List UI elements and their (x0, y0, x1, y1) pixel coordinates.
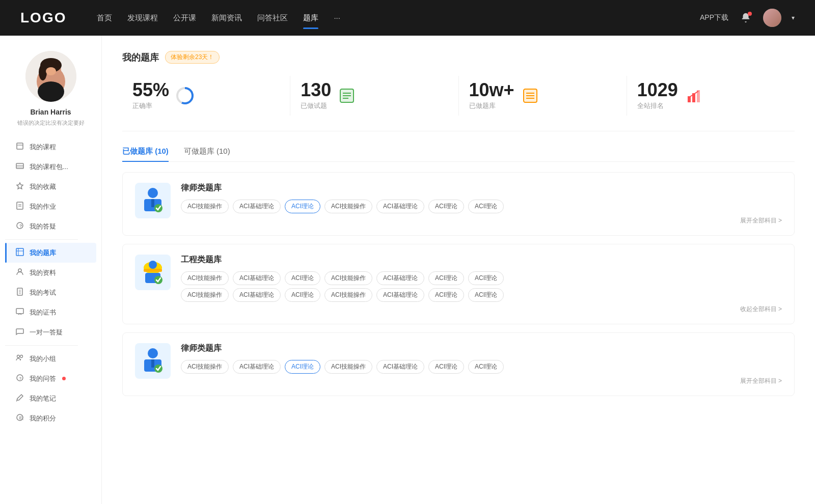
tag-1-5[interactable]: ACI基础理论 (376, 200, 424, 213)
sidebar-divider-1 (5, 239, 78, 240)
svg-rect-56 (144, 269, 162, 272)
tag-3-2[interactable]: ACI基础理论 (233, 360, 281, 374)
sidebar-item-group[interactable]: 我的小组 (5, 349, 96, 369)
tag-2a-2[interactable]: ACI基础理论 (233, 271, 281, 285)
qbank-content-3: 律师类题库 ACI技能操作 ACI基础理论 ACI理论 ACI技能操作 ACI基… (181, 343, 782, 385)
tag-3-5[interactable]: ACI基础理论 (376, 360, 424, 374)
qbank-icon-1 (135, 183, 171, 218)
expand-btn-1[interactable]: 展开全部科目 > (181, 216, 782, 225)
stat-done-questions: 130 已做试题 (290, 76, 458, 116)
sidebar-item-course-package[interactable]: 我的课程包... (5, 157, 96, 177)
done-questions-icon (337, 86, 357, 105)
stat-done-questions-label: 已做试题 (301, 101, 331, 110)
stat-site-rank-label: 全站排名 (637, 101, 678, 110)
tag-3-4[interactable]: ACI技能操作 (324, 360, 372, 374)
sidebar-label-questions: 我的问答 (30, 374, 56, 383)
nav-question-bank[interactable]: 题库 (303, 11, 318, 25)
tag-2a-3[interactable]: ACI理论 (285, 271, 320, 285)
nav-discover[interactable]: 发现课程 (127, 11, 158, 25)
tag-2b-4[interactable]: ACI技能操作 (324, 288, 372, 302)
tag-2a-5[interactable]: ACI基础理论 (376, 271, 424, 285)
logo: LOGO (20, 10, 66, 26)
tabs-row: 已做题库 (10) 可做题库 (10) (122, 147, 795, 162)
svg-rect-7 (17, 143, 23, 149)
qbank-icon-3 (135, 343, 171, 379)
sidebar-item-one-on-one[interactable]: 一对一答疑 (5, 322, 96, 342)
sidebar-item-certificate[interactable]: 我的证书 (5, 302, 96, 322)
sidebar-item-my-course[interactable]: 我的课程 (5, 137, 96, 157)
tags-row-2b: ACI技能操作 ACI基础理论 ACI理论 ACI技能操作 ACI基础理论 AC… (181, 288, 782, 302)
sidebar-menu: 我的课程 我的课程包... 我的收藏 我的作业 (0, 137, 101, 428)
avatar-chevron-icon[interactable]: ▾ (792, 14, 795, 21)
stat-done-banks-value: 10w+ (469, 81, 514, 99)
sidebar-item-notes[interactable]: 我的笔记 (5, 388, 96, 408)
sidebar-item-favorites[interactable]: 我的收藏 (5, 177, 96, 197)
stat-done-questions-text: 130 已做试题 (301, 81, 331, 110)
sidebar-item-qa[interactable]: ? 我的答疑 (5, 216, 96, 236)
tag-2b-3[interactable]: ACI理论 (285, 288, 320, 302)
main-layout: Brian Harris 错误的决定比没有决定要好 我的课程 我的课程包... … (0, 36, 815, 504)
tag-1-7[interactable]: ACI理论 (468, 200, 504, 213)
sidebar-label-exam: 我的考试 (30, 288, 56, 297)
svg-text:积: 积 (19, 415, 23, 421)
nav-news[interactable]: 新闻资讯 (211, 11, 242, 25)
trial-badge: 体验剩余23天！ (165, 51, 220, 64)
tag-2a-7[interactable]: ACI理论 (468, 271, 504, 285)
svg-point-57 (149, 261, 157, 269)
tag-1-4[interactable]: ACI技能操作 (324, 200, 372, 213)
tag-1-6[interactable]: ACI理论 (428, 200, 464, 213)
tag-2b-6[interactable]: ACI理论 (428, 288, 464, 302)
tag-2a-6[interactable]: ACI理论 (428, 271, 464, 285)
nav-qa[interactable]: 问答社区 (257, 11, 288, 25)
nav-home[interactable]: 首页 (97, 11, 112, 25)
sidebar-item-homework[interactable]: 我的作业 (5, 197, 96, 216)
qbank-card-2: 工程类题库 ACI技能操作 ACI基础理论 ACI理论 ACI技能操作 ACI基… (122, 244, 795, 324)
expand-btn-2[interactable]: 收起全部科目 > (181, 305, 782, 314)
tag-2b-7[interactable]: ACI理论 (468, 288, 504, 302)
tag-1-2[interactable]: ACI基础理论 (233, 200, 281, 213)
tag-3-7[interactable]: ACI理论 (468, 360, 504, 374)
qbank-icon-2 (135, 255, 171, 290)
sidebar-label-question-bank: 我的题库 (30, 248, 56, 258)
tags-row-1: ACI技能操作 ACI基础理论 ACI理论 ACI技能操作 ACI基础理论 AC… (181, 200, 782, 213)
tag-2b-1[interactable]: ACI技能操作 (181, 288, 229, 302)
user-avatar[interactable] (763, 9, 781, 27)
tag-3-6[interactable]: ACI理论 (428, 360, 464, 374)
tag-2b-2[interactable]: ACI基础理论 (233, 288, 281, 302)
svg-rect-26 (16, 309, 23, 314)
notification-bell[interactable] (739, 11, 753, 25)
notification-dot (748, 12, 752, 16)
user-avatar-sidebar (25, 51, 76, 102)
qbank-title-2: 工程类题库 (181, 255, 782, 265)
tag-3-1[interactable]: ACI技能操作 (181, 360, 229, 374)
sidebar-item-exam[interactable]: 我的考试 (5, 283, 96, 302)
sidebar-item-points[interactable]: 积 我的积分 (5, 408, 96, 428)
done-banks-icon (521, 86, 540, 105)
svg-marker-12 (17, 183, 23, 189)
tag-2a-1[interactable]: ACI技能操作 (181, 271, 229, 285)
page-title: 我的题库 (122, 51, 159, 64)
tag-1-3[interactable]: ACI理论 (285, 200, 320, 213)
sidebar-item-question-bank[interactable]: 我的题库 (5, 243, 96, 263)
sidebar-item-profile[interactable]: 我的资料 (5, 263, 96, 283)
sidebar-item-questions[interactable]: ? 我的问答 (5, 369, 96, 388)
tag-2a-4[interactable]: ACI技能操作 (324, 271, 372, 285)
svg-point-51 (148, 188, 158, 198)
nav-open-course[interactable]: 公开课 (173, 11, 196, 25)
tags-row-2a: ACI技能操作 ACI基础理论 ACI理论 ACI技能操作 ACI基础理论 AC… (181, 271, 782, 285)
expand-btn-3[interactable]: 展开全部科目 > (181, 377, 782, 385)
svg-rect-9 (16, 163, 23, 169)
stat-done-banks: 10w+ 已做题库 (459, 76, 627, 116)
tab-done-banks[interactable]: 已做题库 (10) (122, 147, 169, 161)
nav-more[interactable]: ··· (334, 11, 340, 25)
app-download-link[interactable]: APP下载 (700, 13, 728, 22)
sidebar-label-course-package: 我的课程包... (30, 162, 68, 172)
tag-2b-5[interactable]: ACI基础理论 (376, 288, 424, 302)
sidebar-label-certificate: 我的证书 (30, 308, 56, 317)
tab-available-banks[interactable]: 可做题库 (10) (184, 147, 230, 161)
tag-1-1[interactable]: ACI技能操作 (181, 200, 229, 213)
tag-3-3[interactable]: ACI理论 (285, 360, 320, 374)
sidebar-label-group: 我的小组 (30, 354, 56, 363)
favorites-icon (15, 182, 24, 191)
svg-point-6 (46, 67, 56, 75)
